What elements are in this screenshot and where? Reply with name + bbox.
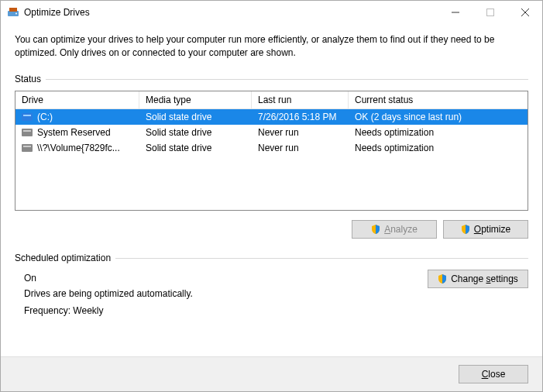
shield-icon <box>438 274 447 284</box>
description-text: You can optimize your drives to help you… <box>15 33 528 60</box>
change-settings-button[interactable]: Change settings <box>428 270 528 288</box>
svg-rect-1 <box>9 8 17 12</box>
footer: Close <box>1 356 542 391</box>
status-section-label: Status <box>15 74 41 84</box>
drives-table: Drive Media type Last run Current status… <box>15 91 528 211</box>
cell-drive: System Reserved <box>37 127 111 138</box>
drive-icon <box>22 129 33 136</box>
divider <box>46 79 528 80</box>
col-header-lastrun[interactable]: Last run <box>252 91 349 108</box>
cell-status: OK (2 days since last run) <box>349 112 528 122</box>
col-header-media[interactable]: Media type <box>139 91 252 108</box>
scheduled-frequency: Frequency: Weekly <box>24 305 428 316</box>
shield-icon <box>461 225 470 234</box>
close-window-button[interactable] <box>507 1 542 24</box>
change-label-post: ettings <box>491 273 518 284</box>
scheduled-section-label: Scheduled optimization <box>15 253 111 263</box>
analyze-button: Analyze <box>352 220 437 239</box>
svg-rect-4 <box>486 9 493 16</box>
minimize-button[interactable] <box>438 1 473 24</box>
divider <box>115 258 528 259</box>
cell-drive: \\?\Volume{7829fc... <box>37 143 120 153</box>
app-icon <box>7 6 19 19</box>
scheduled-desc: Drives are being optimized automatically… <box>24 288 428 299</box>
maximize-button <box>473 1 507 24</box>
titlebar: Optimize Drives <box>1 1 542 24</box>
shield-icon <box>371 225 380 234</box>
cell-lastrun: Never run <box>252 143 349 153</box>
table-row[interactable]: (C:) Solid state drive 7/26/2016 5:18 PM… <box>15 109 528 125</box>
optimize-label-u: O <box>474 224 481 235</box>
drive-icon <box>22 144 33 152</box>
analyze-label: nalyze <box>390 224 418 235</box>
cell-status: Needs optimization <box>349 143 528 153</box>
svg-point-2 <box>15 13 17 15</box>
optimize-label: ptimize <box>481 224 510 235</box>
drive-icon <box>22 113 33 121</box>
table-row[interactable]: System Reserved Solid state drive Never … <box>15 125 528 140</box>
table-row[interactable]: \\?\Volume{7829fc... Solid state drive N… <box>15 140 528 156</box>
col-header-status[interactable]: Current status <box>349 91 528 108</box>
change-label-pre: Change <box>451 273 486 284</box>
cell-lastrun: 7/26/2016 5:18 PM <box>252 112 349 122</box>
optimize-button[interactable]: Optimize <box>443 220 528 239</box>
scheduled-state: On <box>24 273 428 284</box>
cell-status: Needs optimization <box>349 127 528 138</box>
window-title: Optimize Drives <box>24 7 90 18</box>
cell-media: Solid state drive <box>139 112 252 122</box>
close-button[interactable]: Close <box>459 365 528 383</box>
cell-lastrun: Never run <box>252 127 349 138</box>
cell-media: Solid state drive <box>139 143 252 153</box>
col-header-drive[interactable]: Drive <box>15 91 139 108</box>
close-label: lose <box>488 369 505 380</box>
analyze-label-u: A <box>384 224 390 235</box>
cell-drive: (C:) <box>37 112 53 122</box>
table-header: Drive Media type Last run Current status <box>15 91 528 109</box>
cell-media: Solid state drive <box>139 127 252 138</box>
